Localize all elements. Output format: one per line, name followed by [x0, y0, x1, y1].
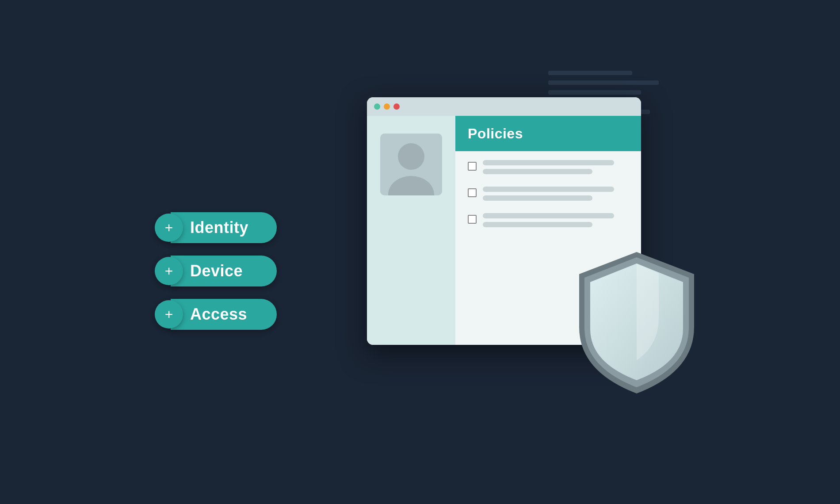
traffic-light-yellow [384, 103, 390, 110]
shield-container [570, 248, 703, 398]
identity-plus-circle[interactable]: + [155, 214, 183, 242]
checkbox-2[interactable] [468, 188, 477, 197]
avatar-svg [380, 134, 442, 195]
policy-line [483, 195, 592, 201]
policy-line [483, 160, 614, 165]
identity-plus-icon: + [165, 221, 173, 235]
profile-panel [367, 116, 455, 345]
policies-header: Policies [455, 116, 641, 151]
device-label: Device [190, 262, 243, 280]
speed-line [548, 71, 632, 75]
identity-label: Identity [190, 218, 248, 237]
policy-item-3 [468, 213, 629, 227]
identity-label-bg: Identity [171, 212, 277, 243]
policies-title: Policies [468, 126, 523, 142]
browser-titlebar [367, 97, 641, 116]
access-button[interactable]: + Access [155, 299, 277, 330]
policy-lines-2 [483, 187, 629, 201]
device-label-bg: Device [171, 256, 277, 286]
policy-lines-3 [483, 213, 629, 227]
device-plus-icon: + [165, 264, 173, 278]
avatar-container [380, 134, 442, 195]
policy-line [483, 213, 614, 218]
policy-item-2 [468, 187, 629, 201]
device-button[interactable]: + Device [155, 256, 277, 286]
speed-line [548, 90, 641, 95]
policy-lines-1 [483, 160, 629, 174]
device-plus-circle[interactable]: + [155, 257, 183, 285]
access-plus-circle[interactable]: + [155, 300, 183, 328]
main-scene: Policies [155, 62, 685, 442]
access-label-bg: Access [171, 299, 277, 330]
traffic-light-green [374, 103, 380, 110]
traffic-light-red [393, 103, 400, 110]
access-label: Access [190, 305, 247, 323]
buttons-panel: + Identity + Device + Access [155, 212, 277, 330]
svg-point-1 [398, 143, 424, 170]
checkbox-1[interactable] [468, 162, 477, 171]
access-plus-icon: + [165, 307, 173, 321]
checkbox-3[interactable] [468, 215, 477, 224]
shield-icon [570, 248, 703, 398]
policy-line [483, 222, 592, 227]
identity-button[interactable]: + Identity [155, 212, 277, 243]
policy-item-1 [468, 160, 629, 174]
speed-line [548, 80, 659, 85]
policies-list [455, 151, 641, 236]
policy-line [483, 169, 592, 174]
policy-line [483, 187, 614, 192]
